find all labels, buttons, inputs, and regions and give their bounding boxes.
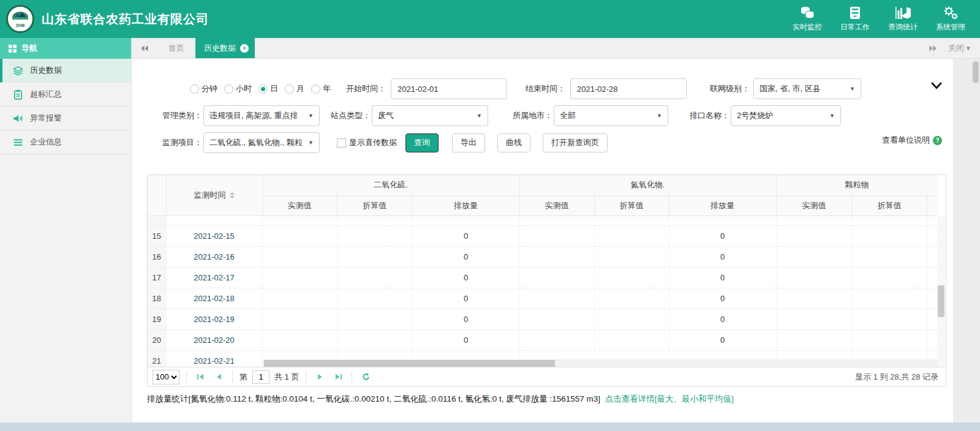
vertical-scrollbar[interactable] — [937, 216, 945, 368]
collapse-panel-icon[interactable] — [931, 82, 942, 90]
table-row[interactable]: 202021-02-20 0 0 — [148, 329, 938, 350]
menu-label: 系统管理 — [936, 22, 965, 32]
mgmt-category-select[interactable]: 违规项目, 高架源, 重点排 ▼ — [203, 105, 320, 126]
radio-label: 年 — [323, 83, 331, 94]
vertical-scrollbar-thumb[interactable] — [938, 285, 944, 317]
outlet-name-label: 排口名称： — [690, 110, 729, 121]
time-column-header[interactable]: 监测时间 — [166, 175, 262, 216]
table-row[interactable]: 182021-02-18 0 0 — [148, 288, 938, 309]
chevron-down-icon: ▼ — [850, 86, 855, 92]
subheader-measured[interactable]: 实测值 — [776, 195, 852, 216]
chevron-down-icon: ▼ — [308, 140, 314, 146]
last-page-icon[interactable] — [331, 370, 345, 384]
subheader-emission[interactable]: 排放量 — [669, 195, 776, 216]
sidebar-item-enterprise-info[interactable]: 企业信息 — [0, 130, 131, 154]
sidebar-item-label: 异常报警 — [30, 113, 62, 124]
subheader-converted[interactable]: 折算值 — [594, 195, 669, 216]
database-icon — [799, 6, 815, 20]
subheader-emission[interactable]: 排放量 — [412, 195, 519, 216]
subheader-measured[interactable]: 实测值 — [519, 195, 594, 216]
table-row[interactable]: 172021-02-17 0 0 — [148, 267, 938, 288]
outlet-name-select[interactable]: 2号焚烧炉 ▼ — [731, 105, 841, 126]
top-header-bar: ZHB 山东省联合农药工业有限公司 实时监控 日常 — [0, 0, 980, 38]
company-title: 山东省联合农药工业有限公司 — [42, 11, 209, 28]
tab-home[interactable]: 首页 — [157, 38, 195, 58]
filter-row-period: 分钟 小时 日 月 年 开始时间： 结束时间： 联网级别： 国家, 省, 市, … — [190, 78, 861, 99]
subheader-measured[interactable]: 实测值 — [262, 195, 337, 216]
sidebar-item-label: 超标汇总 — [30, 89, 62, 100]
next-page-icon[interactable] — [313, 370, 326, 384]
end-time-label: 结束时间： — [526, 83, 565, 94]
network-level-select[interactable]: 国家, 省, 市, 区县 ▼ — [753, 78, 861, 99]
end-time-input[interactable] — [570, 78, 687, 99]
radio-day[interactable]: 日 — [258, 83, 278, 94]
site-type-select[interactable]: 废气 ▼ — [372, 105, 488, 126]
select-value: 国家, 省, 市, 区县 — [760, 83, 846, 94]
close-tabs-dropdown[interactable]: 关闭 ▾ — [948, 43, 970, 54]
menu-realtime-monitor[interactable]: 实时监控 — [790, 6, 824, 32]
sidebar-item-exceedance-summary[interactable]: 超标汇总 — [0, 83, 131, 107]
layers-icon — [13, 66, 23, 76]
tab-close-icon[interactable]: ✕ — [240, 44, 249, 53]
radio-minute[interactable]: 分钟 — [190, 83, 217, 94]
group-header-so2: 二氧化硫. — [262, 175, 519, 195]
radio-circle-icon — [190, 84, 199, 94]
logo-text: ZHB — [16, 24, 24, 28]
unit-description-text: 查看单位说明 — [882, 135, 930, 146]
radio-circle-icon — [285, 84, 294, 94]
divider — [352, 372, 352, 383]
radio-hour[interactable]: 小时 — [224, 83, 252, 94]
curve-button[interactable]: 曲线 — [497, 133, 530, 152]
table-row[interactable]: 152021-02-15 0 0 — [148, 225, 938, 246]
query-button[interactable]: 查询 — [405, 133, 439, 152]
table-row[interactable]: 162021-02-16 0 0 — [148, 246, 938, 267]
subheader-stub — [927, 195, 938, 216]
page-scrollbar[interactable] — [973, 61, 979, 83]
chevron-down-icon: ▼ — [477, 113, 482, 119]
monitor-items-select[interactable]: 二氧化硫., 氮氧化物., 颗粒 ▼ — [203, 132, 320, 153]
city-select[interactable]: 全部 ▼ — [554, 105, 668, 126]
sidebar-item-history-data[interactable]: 历史数据 — [0, 59, 131, 83]
direct-data-checkbox[interactable] — [337, 138, 346, 148]
refresh-icon[interactable] — [359, 370, 372, 384]
page-number-input[interactable] — [252, 370, 270, 384]
radio-year[interactable]: 年 — [311, 83, 331, 94]
chevron-down-icon: ▼ — [308, 113, 314, 119]
grid-viewport: 监测时间 二氧化硫. 氮氧化物. 颗粒物 实测值 折算值 排放量 — [148, 175, 938, 368]
select-value: 全部 — [560, 110, 653, 121]
sidebar-navigation: 导航 历史数据 超标汇总 — [0, 38, 132, 422]
sort-icon[interactable] — [230, 192, 235, 198]
pagination-bar: 100 第 共 1 页 — [148, 367, 946, 386]
unit-description-link[interactable]: 查看单位说明 ? — [882, 135, 942, 146]
page-size-select[interactable]: 100 — [153, 370, 179, 384]
menu-system-management[interactable]: 系统管理 — [933, 6, 968, 32]
select-value: 二氧化硫., 氮氧化物., 颗粒 — [209, 137, 304, 148]
subheader-converted[interactable]: 折算值 — [852, 195, 927, 216]
table-row[interactable]: 192021-02-19 0 0 — [148, 309, 938, 329]
tab-history-data[interactable]: 历史数据 ✕ — [195, 38, 255, 58]
radio-month[interactable]: 月 — [285, 83, 304, 94]
radio-label: 分钟 — [202, 83, 217, 94]
data-grid: 监测时间 二氧化硫. 氮氧化物. 颗粒物 实测值 折算值 排放量 — [147, 174, 946, 387]
select-value: 违规项目, 高架源, 重点排 — [209, 110, 304, 121]
prev-page-icon[interactable] — [212, 370, 225, 384]
radio-label: 月 — [296, 83, 304, 94]
cabinet-icon — [847, 6, 863, 20]
menu-query-statistics[interactable]: 查询统计 — [886, 6, 920, 32]
emission-summary-text: 排放量统计[氮氧化物:0.112 t, 颗粒物:0.0104 t, 一氧化碳.:… — [147, 394, 600, 403]
page-total-label: 共 1 页 — [274, 372, 299, 383]
tab-bar: 首页 历史数据 ✕ 关闭 ▾ — [132, 38, 980, 59]
subheader-converted[interactable]: 折算值 — [337, 195, 412, 216]
view-details-link[interactable]: 点击查看详情[最大、最小和平均值] — [605, 394, 734, 403]
menu-daily-work[interactable]: 日常工作 — [838, 6, 872, 32]
sidebar-item-abnormal-alarm[interactable]: 异常报警 — [0, 107, 131, 130]
open-new-query-button[interactable]: 打开新查询页 — [543, 133, 608, 152]
radio-circle-icon — [258, 84, 268, 94]
first-page-icon[interactable] — [194, 370, 207, 384]
tabs-scroll-right-icon[interactable] — [929, 45, 937, 52]
tabs-scroll-left-icon[interactable] — [132, 38, 157, 58]
emblem-icon — [11, 10, 29, 24]
table-row-partial[interactable] — [148, 216, 938, 225]
start-time-input[interactable] — [391, 78, 507, 99]
export-button[interactable]: 导出 — [452, 133, 485, 152]
